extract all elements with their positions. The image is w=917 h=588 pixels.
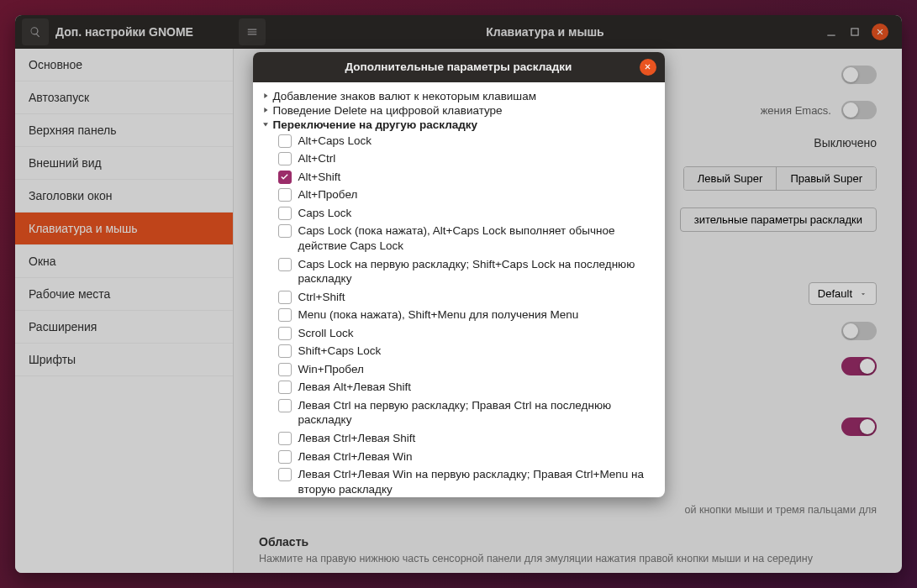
option-label: Alt+Ctrl (298, 151, 336, 166)
layout-option[interactable]: Ctrl+Shift (261, 288, 656, 307)
checkbox[interactable] (278, 258, 292, 271)
layout-option[interactable]: Alt+Ctrl (261, 150, 656, 168)
checkbox[interactable] (278, 171, 292, 184)
triangle-icon (261, 106, 270, 114)
dialog-header: Дополнительные параметры раскладки (253, 52, 665, 82)
layout-option[interactable]: Shift+Caps Lock (261, 342, 656, 360)
tree-group[interactable]: Добавление знаков валют к некоторым клав… (261, 89, 656, 103)
option-label: Shift+Caps Lock (298, 344, 382, 359)
dialog-title: Дополнительные параметры раскладки (278, 60, 640, 73)
dialog-overlay: Дополнительные параметры раскладки Добав… (0, 0, 917, 588)
layout-option[interactable]: Alt+Shift (261, 168, 656, 186)
checkbox[interactable] (278, 399, 292, 412)
layout-option[interactable]: Alt+Пробел (261, 186, 656, 204)
checkbox[interactable] (278, 363, 292, 376)
option-label: Caps Lock (пока нажата), Alt+Caps Lock в… (298, 223, 656, 253)
option-label: Alt+Shift (298, 170, 341, 185)
close-icon (644, 63, 651, 71)
dialog-close-button[interactable] (640, 59, 656, 76)
option-label: Левая Ctrl на первую раскладку; Правая C… (298, 398, 656, 428)
layout-options-dialog: Дополнительные параметры раскладки Добав… (253, 52, 665, 497)
checkbox[interactable] (278, 188, 292, 202)
option-label: Caps Lock на первую раскладку; Shift+Cap… (298, 257, 656, 286)
option-label: Левая Ctrl+Левая Shift (298, 431, 416, 446)
layout-option[interactable]: Alt+Caps Lock (261, 132, 656, 150)
layout-option[interactable]: Scroll Lock (261, 324, 656, 343)
option-label: Caps Lock (298, 206, 352, 221)
tree-group[interactable]: Поведение Delete на цифровой клавиатуре (261, 103, 656, 118)
triangle-icon (261, 92, 270, 100)
checkbox[interactable] (278, 207, 292, 220)
layout-option[interactable]: Caps Lock на первую раскладку; Shift+Cap… (261, 255, 656, 288)
checkbox[interactable] (278, 450, 292, 464)
layout-option[interactable]: Левая Alt+Левая Shift (261, 378, 656, 396)
layout-option[interactable]: Левая Ctrl+Левая Shift (261, 429, 656, 448)
checkbox[interactable] (278, 432, 292, 445)
checkbox[interactable] (278, 224, 292, 238)
checkbox[interactable] (278, 327, 292, 340)
option-label: Win+Пробел (298, 362, 364, 377)
checkbox[interactable] (278, 381, 292, 394)
option-label: Левая Ctrl+Левая Win (298, 449, 413, 465)
option-label: Левая Alt+Левая Shift (298, 380, 412, 395)
layout-option[interactable]: Левая Ctrl+Левая Win на первую раскладку… (261, 465, 656, 497)
layout-option[interactable]: Левая Ctrl на первую раскладку; Правая C… (261, 396, 656, 429)
layout-option[interactable]: Левая Ctrl+Левая Win (261, 448, 656, 466)
checkbox[interactable] (278, 344, 292, 358)
option-label: Ctrl+Shift (298, 290, 345, 305)
triangle-icon (261, 120, 270, 129)
layout-option[interactable]: Win+Пробел (261, 360, 656, 379)
checkbox[interactable] (278, 291, 292, 304)
option-label: Alt+Caps Lock (298, 134, 372, 149)
checkbox[interactable] (278, 468, 292, 481)
option-label: Alt+Пробел (298, 187, 358, 202)
layout-option[interactable]: Caps Lock (пока нажата), Alt+Caps Lock в… (261, 222, 656, 255)
option-label: Левая Ctrl+Левая Win на первую раскладку… (298, 467, 656, 496)
layout-option[interactable]: Menu (пока нажата), Shift+Menu для получ… (261, 306, 656, 324)
tree-group[interactable]: Переключение на другую раскладку (261, 118, 656, 132)
option-label: Menu (пока нажата), Shift+Menu для получ… (298, 307, 579, 323)
dialog-body[interactable]: Добавление знаков валют к некоторым клав… (253, 82, 665, 497)
checkbox[interactable] (278, 308, 292, 322)
checkbox[interactable] (278, 134, 292, 148)
option-label: Scroll Lock (298, 326, 354, 341)
layout-option[interactable]: Caps Lock (261, 204, 656, 223)
checkbox[interactable] (278, 152, 292, 165)
